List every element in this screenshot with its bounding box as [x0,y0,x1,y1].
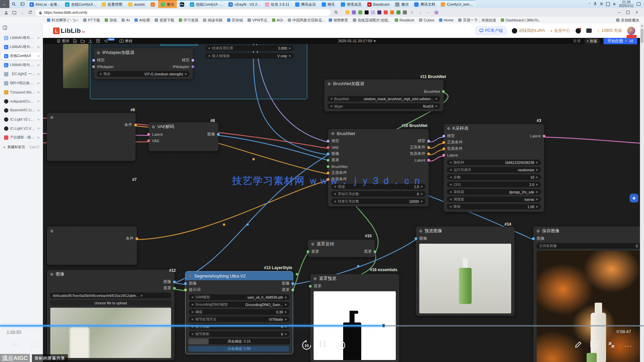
node-load-image[interactable]: 图像图像遮罩4d4caddc857bec6a05b546ceebacfe6f01… [47,270,174,360]
generate-button[interactable]: 开始生图 ⚡ 10 [603,38,637,44]
node-title[interactable]: 保存图像 [533,227,640,235]
node-ipadapter-loader[interactable]: IPAdapter加载器模型模型IPAdapterIPAdapter◀预设VIT… [94,48,193,79]
node-preview-image[interactable]: 预览图像图像 [416,227,515,316]
copilot-icon[interactable] [434,10,439,15]
page-scrollbar[interactable]: ▲ [640,23,644,362]
sidebar-tab[interactable]: LLiblibAI-哩布哩布AI - 哩✕ [1,34,41,42]
input-slot[interactable]: 模型 [332,138,339,143]
node-mask-invert[interactable]: 遮罩反转遮罩遮罩 [308,240,375,257]
input-slot[interactable]: 遮罩 [314,284,321,289]
collapse-dot-icon[interactable] [419,230,422,233]
node-title[interactable] [47,113,136,122]
collapse-dot-icon[interactable] [311,243,314,246]
workspaces-icon[interactable] [11,10,17,15]
collapse-dot-icon[interactable] [97,51,100,54]
node-vae-decode[interactable]: VAE解码Latent图像VAE [149,122,218,151]
tab-close-icon[interactable]: ✕ [37,109,40,112]
pc-client-button[interactable]: PC客户端 [476,26,506,35]
sidebar-tab[interactable]: LLiblibAI-哩布哩布AI - 哩✕ [1,61,41,69]
output-slot[interactable]: IPAdapter [173,65,189,69]
bookmark-item[interactable]: 阅读书籍 [203,18,222,23]
tab-close-icon[interactable]: ✕ [37,136,40,139]
microphone-icon[interactable] [594,2,597,6]
node-widget-combo[interactable]: ◀细节膨胀6▶ [189,331,290,337]
node-mask-preview[interactable]: 遮罩预览遮罩 [310,274,399,362]
node-title[interactable] [47,227,137,235]
tab-close-icon[interactable]: ✕ [37,100,40,103]
tab-actions-icon[interactable] [0,23,43,33]
output-slot[interactable]: 遮罩 [364,249,371,254]
input-slot[interactable]: Latent [448,153,458,157]
node-widget-combo[interactable]: ◀开始引导步数0▶ [331,191,426,197]
liblib-logo[interactable]: L LibLib AI [53,27,85,35]
node-widget-combo[interactable]: ◀CFG2.0▶ [447,182,541,187]
zoom-icon[interactable] [333,10,339,15]
clock[interactable]: 21:282025/1/11 [619,0,634,8]
node-widget-combo[interactable]: ◀降噪1.00▶ [447,204,541,209]
rewind-10-icon[interactable]: 10 [301,340,312,351]
tab-close-icon[interactable]: ✕ [37,81,40,85]
node-ksampler[interactable]: K采样器模型Latent正面条件负面条件Latent◀随机种1666123260… [444,124,544,212]
output-slot[interactable]: Latent [415,158,425,162]
input-slot[interactable]: 图像 [537,236,544,241]
taskbar-app[interactable]: 绘世 2.8.11 [262,0,292,8]
more-menu-icon[interactable]: ··· [426,10,431,15]
node-segment-anything[interactable]: SegmentAnything Ultra V2图像图像提示词遮罩◀SAM模型s… [185,272,293,354]
taskbar-app[interactable]: ComfyUI_tem... [438,0,475,8]
collapse-dot-icon[interactable] [328,82,331,85]
bookmark-item[interactable]: 学习资源 [179,18,198,23]
downloads-icon[interactable]: ↓ [418,10,423,15]
mode-normal[interactable]: 普通 [573,39,581,44]
bookmark-item[interactable]: 资源下载 [155,18,174,23]
exit-fullscreen-icon[interactable] [608,341,615,349]
maximize-button[interactable] [626,11,630,14]
bookmark-item[interactable]: Readium [395,18,414,23]
node-widget-slider[interactable]: 白色阈值: 0.99 [189,346,290,352]
node-widget-file[interactable]: 4d4caddc857bec6a05b546ceebacfe6f015a16f1… [50,293,171,298]
collapse-dot-icon[interactable] [50,116,53,119]
gallery-button[interactable]: 图库 [56,39,69,44]
node-cond-node-6[interactable]: 条件 [47,113,136,161]
extension-icon[interactable] [377,10,381,14]
taskbar-app[interactable]: 微信 [158,0,177,8]
extension-icon[interactable] [365,10,369,14]
input-slot[interactable]: IPAdapter [98,65,114,69]
taskbar-app[interactable]: ○ [148,0,158,8]
node-widget-combo[interactable]: ◀调度器karras▶ [447,196,541,202]
input-slot[interactable]: 遮罩 [332,158,339,163]
pip-icon[interactable] [590,341,599,348]
save-icon[interactable] [96,39,100,43]
bookmark-item[interactable]: PT下载 [83,18,100,23]
node-cond-node-7[interactable]: 条件 [47,227,137,265]
node-widget-combo[interactable]: ◀步数10▶ [447,174,541,180]
ime-language[interactable]: 英 [600,2,603,6]
node-brushnet-loader[interactable]: BrushNet加载器BrushNet◀BrushNetrandom_mask_… [324,79,443,111]
input-slot[interactable]: 正面条件 [448,140,463,145]
extension-icon[interactable] [390,10,394,14]
forward-30-icon[interactable]: 30 [335,340,346,351]
widget-embed-scale[interactable]: ◀嵌入组缩放 V only▶ [205,53,294,59]
node-title[interactable]: SegmentAnything Ultra V2 [185,272,293,280]
output-slot[interactable]: 负面条件 [410,151,425,156]
extension-icon[interactable] [403,10,407,14]
settings-gear-icon[interactable]: ⚙ [613,2,616,6]
node-title[interactable]: BrushNet加载器 [324,79,443,88]
node-title[interactable]: 预览图像 [416,227,515,235]
open-folder-icon[interactable] [80,39,85,43]
node-title[interactable]: 遮罩反转 [308,240,375,248]
node-widget-combo[interactable]: ◀运行后操作randomize▶ [447,167,541,173]
taskbar-app[interactable]: 管理成员 [338,0,365,8]
extension-icon[interactable] [358,10,362,14]
sidebar-tab[interactable]: 秋叶#商品换背景重打✕ [1,79,41,87]
sidebar-tab[interactable]: lllyasviel/IC-Light: 更多✕ [1,107,41,114]
notification-icon[interactable] [637,2,641,6]
taskbar-app[interactable]: Ps [177,0,187,8]
user-avatar[interactable] [627,27,635,35]
taskbar-app[interactable]: 批量抠图 [99,0,125,8]
node-widget-button[interactable]: choose file to upload [50,300,171,306]
other-bookmarks[interactable]: 其他收藏夹 [616,18,639,23]
collapse-dot-icon[interactable] [314,277,317,280]
back-arrow-icon[interactable]: ← [19,10,25,15]
tab-close-icon[interactable]: ✕ [37,90,40,94]
volume-icon[interactable] [11,341,20,349]
